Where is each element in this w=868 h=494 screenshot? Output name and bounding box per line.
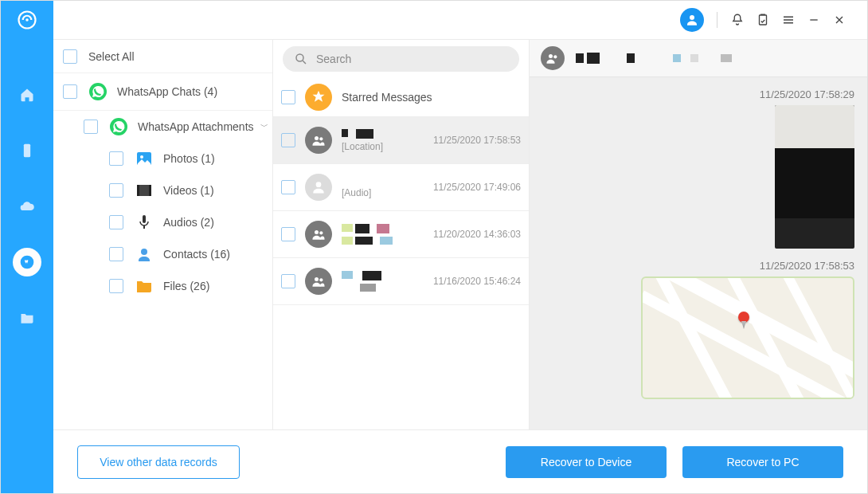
group-avatar-icon — [541, 46, 565, 70]
contacts-icon — [135, 245, 154, 264]
checkbox[interactable] — [109, 151, 123, 166]
svg-point-19 — [141, 249, 147, 255]
chat-subtitle: [Location] — [342, 141, 428, 152]
checkbox[interactable] — [109, 247, 123, 261]
message-time: 11/25/2020 17:58:53 — [760, 260, 854, 272]
whatsapp-icon — [109, 117, 128, 136]
map-pin-icon — [738, 312, 749, 323]
starred-messages-row[interactable]: Starred Messages — [273, 78, 529, 117]
svg-rect-8 — [24, 144, 30, 158]
chat-row-2[interactable]: 11/20/2020 14:36:03 — [273, 211, 529, 258]
brand-logo — [1, 1, 53, 39]
minimize-button[interactable] — [803, 10, 824, 30]
svg-point-23 — [316, 182, 322, 187]
checkbox[interactable] — [281, 227, 295, 241]
participants-redacted — [576, 53, 732, 64]
svg-point-1 — [25, 18, 29, 22]
photos-icon — [135, 149, 154, 168]
tree-label: Contacts (16) — [163, 248, 230, 261]
chat-name-redacted — [342, 129, 428, 139]
svg-rect-15 — [137, 185, 139, 196]
message-location[interactable]: 11/25/2020 17:58:53 — [542, 260, 854, 399]
checkbox[interactable] — [281, 90, 295, 104]
svg-point-24 — [315, 230, 319, 234]
svg-rect-16 — [149, 185, 151, 196]
recover-to-pc-button[interactable]: Recover to PC — [682, 446, 843, 478]
tree-files[interactable]: Files (26) — [53, 270, 272, 302]
search-input[interactable]: Search — [283, 46, 519, 72]
message-time: 11/25/2020 17:58:29 — [760, 88, 854, 100]
chat-row-1[interactable]: [Audio] 11/25/2020 17:49:06 — [273, 164, 529, 211]
svg-rect-18 — [143, 225, 145, 229]
audios-icon — [135, 213, 154, 232]
nav-rail — [1, 39, 53, 494]
photo-thumbnail[interactable] — [775, 105, 854, 249]
close-button[interactable] — [829, 10, 850, 30]
svg-point-29 — [553, 55, 557, 58]
notifications-icon[interactable] — [727, 10, 748, 30]
rail-phone[interactable] — [13, 136, 41, 165]
svg-point-2 — [690, 15, 694, 20]
search-icon — [294, 52, 308, 66]
rail-cloud[interactable] — [13, 192, 41, 221]
rail-social[interactable] — [13, 248, 41, 276]
tree-audios[interactable]: Audios (2) — [53, 206, 272, 238]
tree-label: Audios (2) — [163, 216, 214, 229]
checkbox[interactable] — [109, 279, 123, 293]
select-all-row[interactable]: Select All — [53, 40, 272, 73]
rail-folder[interactable] — [13, 304, 41, 332]
checkbox[interactable] — [63, 84, 77, 99]
tree-label: Videos (1) — [163, 184, 214, 197]
titlebar — [1, 1, 867, 39]
clipboard-icon[interactable] — [753, 10, 773, 30]
chevron-down-icon: ﹀ — [260, 121, 268, 132]
svg-rect-4 — [784, 17, 793, 18]
star-icon — [305, 84, 332, 111]
chat-time: 11/16/2020 15:46:24 — [433, 276, 521, 287]
select-all-checkbox[interactable] — [63, 49, 77, 64]
svg-point-21 — [315, 136, 319, 140]
button-label: Recover to Device — [541, 456, 631, 469]
chat-row-0[interactable]: [Location] 11/25/2020 17:58:53 — [273, 117, 529, 164]
group-avatar-icon — [305, 268, 332, 295]
group-avatar-icon — [305, 221, 332, 248]
rail-home[interactable] — [13, 80, 41, 109]
checkbox[interactable] — [109, 183, 123, 198]
checkbox[interactable] — [281, 274, 295, 288]
chat-time: 11/25/2020 17:49:06 — [433, 182, 521, 193]
checkbox[interactable] — [281, 180, 295, 194]
chat-row-3[interactable]: 11/16/2020 15:46:24 — [273, 258, 529, 305]
view-other-records-button[interactable]: View other data records — [77, 445, 240, 479]
whatsapp-icon — [88, 82, 108, 101]
svg-point-13 — [140, 155, 143, 159]
chat-sub-redacted — [342, 284, 428, 292]
tree-whatsapp-chats[interactable]: WhatsApp Chats (4) — [53, 73, 272, 111]
chat-name-redacted — [342, 224, 428, 233]
tree-contacts[interactable]: Contacts (16) — [53, 238, 272, 270]
svg-point-20 — [296, 54, 303, 61]
map-thumbnail[interactable] — [641, 276, 854, 399]
data-tree: Select All WhatsApp Chats (4) WhatsApp A… — [53, 40, 273, 429]
conversation-body[interactable]: 11/25/2020 17:58:29 11/25/2020 17:58:53 — [530, 77, 867, 429]
svg-point-22 — [319, 137, 323, 140]
recover-to-device-button[interactable]: Recover to Device — [506, 446, 667, 478]
svg-rect-17 — [143, 215, 146, 223]
svg-point-25 — [319, 231, 323, 234]
tree-videos[interactable]: Videos (1) — [53, 174, 272, 206]
tree-label: WhatsApp Chats (4) — [117, 85, 217, 98]
chat-list: Search Starred Messages — [273, 40, 530, 429]
menu-icon[interactable] — [778, 10, 799, 30]
chat-subtitle: [Audio] — [342, 187, 428, 198]
tree-whatsapp-attachments[interactable]: WhatsApp Attachments ﹀ — [53, 111, 272, 143]
tree-label: Photos (1) — [163, 152, 215, 165]
svg-rect-7 — [810, 19, 817, 20]
tree-photos[interactable]: Photos (1) — [53, 143, 272, 174]
checkbox[interactable] — [281, 133, 295, 147]
chat-name-redacted — [342, 271, 428, 280]
checkbox[interactable] — [84, 120, 98, 134]
person-avatar-icon — [305, 174, 332, 201]
message-photo[interactable]: 11/25/2020 17:58:29 — [542, 88, 854, 249]
checkbox[interactable] — [109, 215, 123, 229]
user-avatar-button[interactable] — [680, 8, 704, 32]
chat-time: 11/20/2020 14:36:03 — [433, 229, 521, 240]
